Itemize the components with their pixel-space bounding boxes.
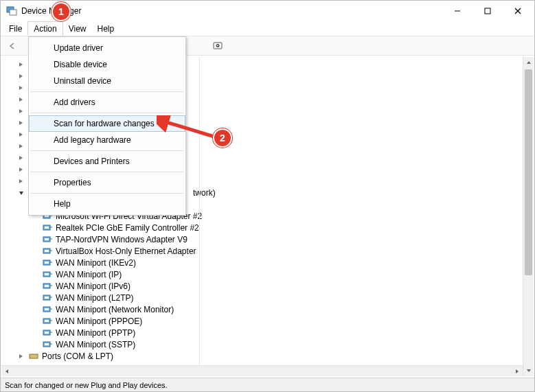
menu-item-properties[interactable]: Properties xyxy=(29,174,185,191)
menu-view[interactable]: View xyxy=(63,21,92,36)
device-item[interactable]: WAN Miniport (IKEv2) xyxy=(2,257,534,268)
expand-icon[interactable] xyxy=(17,142,25,150)
network-adapter-icon xyxy=(42,257,53,268)
device-label: VirtualBox Host-Only Ethernet Adapter xyxy=(56,246,196,256)
menu-item-update-driver[interactable]: Update driver xyxy=(29,40,185,56)
svg-rect-42 xyxy=(45,332,49,334)
svg-rect-1 xyxy=(10,10,16,15)
menu-item-uninstall-device[interactable]: Uninstall device xyxy=(29,73,185,89)
scroll-left-button[interactable] xyxy=(1,366,12,377)
expand-icon[interactable] xyxy=(17,352,25,360)
menu-item-devices-printers[interactable]: Devices and Printers xyxy=(29,153,185,170)
menu-action[interactable]: Action xyxy=(27,21,62,36)
network-adapter-icon xyxy=(42,327,53,338)
scan-hardware-icon[interactable] xyxy=(210,38,225,54)
svg-rect-47 xyxy=(30,354,38,358)
vertical-scrollbar[interactable] xyxy=(523,57,534,376)
menu-help[interactable]: Help xyxy=(92,21,120,36)
device-label: WAN Miniport (PPPOE) xyxy=(56,316,142,326)
device-item[interactable]: WAN Miniport (L2TP) xyxy=(2,292,534,303)
device-item[interactable]: WAN Miniport (IPv6) xyxy=(2,280,534,292)
expand-icon[interactable] xyxy=(17,72,25,80)
svg-rect-27 xyxy=(45,273,49,275)
menu-item-add-drivers[interactable]: Add drivers xyxy=(29,94,185,111)
expand-icon[interactable] xyxy=(17,165,25,174)
network-adapter-icon xyxy=(42,304,53,315)
maximize-button[interactable] xyxy=(473,1,503,21)
scroll-up-button[interactable] xyxy=(523,57,534,68)
device-item[interactable]: WAN Miniport (SSTP) xyxy=(2,338,534,350)
network-adapter-icon xyxy=(42,246,53,257)
device-item[interactable]: VirtualBox Host-Only Ethernet Adapter xyxy=(2,245,534,257)
network-adapter-icon xyxy=(42,339,53,350)
network-adapter-icon xyxy=(42,292,53,303)
menu-separator xyxy=(30,150,184,151)
network-adapter-icon xyxy=(42,269,53,280)
device-item[interactable]: WAN Miniport (PPPOE) xyxy=(2,315,534,327)
menu-separator xyxy=(30,193,184,194)
minimize-button[interactable] xyxy=(442,1,473,21)
category-row[interactable]: Ports (COM & LPT) xyxy=(2,350,534,362)
collapse-icon[interactable] xyxy=(17,189,25,197)
expand-icon[interactable] xyxy=(17,154,25,162)
device-label: TAP-NordVPN Windows Adapter V9 xyxy=(56,235,187,244)
device-label: WAN Miniport (IKEv2) xyxy=(56,258,136,268)
device-label: WAN Miniport (IP) xyxy=(56,270,122,279)
network-adapter-icon xyxy=(42,316,53,327)
annotation-step-1: 1 xyxy=(52,2,71,21)
svg-rect-33 xyxy=(45,297,49,299)
svg-rect-36 xyxy=(45,308,49,310)
device-label: WAN Miniport (IPv6) xyxy=(56,281,130,291)
menubar: File Action View Help xyxy=(1,21,534,36)
expand-icon[interactable] xyxy=(17,130,25,139)
back-button[interactable] xyxy=(5,38,20,54)
scroll-right-button[interactable] xyxy=(512,366,523,377)
expand-icon[interactable] xyxy=(17,177,25,185)
svg-rect-39 xyxy=(45,320,49,322)
device-label: Realtek PCIe GbE Family Controller #2 xyxy=(56,223,199,233)
status-text: Scan for changed or new Plug and Play de… xyxy=(5,381,168,389)
svg-rect-15 xyxy=(45,227,49,229)
device-item[interactable]: Realtek PCIe GbE Family Controller #2 xyxy=(2,222,534,233)
menu-separator xyxy=(30,172,184,172)
svg-rect-30 xyxy=(45,285,49,287)
expand-icon[interactable] xyxy=(17,119,25,127)
device-item[interactable]: WAN Miniport (IP) xyxy=(2,268,534,280)
horizontal-scrollbar[interactable] xyxy=(1,365,523,376)
expand-icon[interactable] xyxy=(17,107,25,115)
annotation-step-2: 2 xyxy=(213,128,232,148)
expand-icon[interactable] xyxy=(17,60,25,69)
pane-divider xyxy=(199,57,200,376)
window-title: Device Manager xyxy=(21,6,442,16)
svg-rect-45 xyxy=(45,343,49,345)
device-item[interactable]: TAP-NordVPN Windows Adapter V9 xyxy=(2,233,534,245)
network-adapter-icon xyxy=(42,222,53,233)
network-adapter-icon xyxy=(42,234,53,245)
device-label: WAN Miniport (SSTP) xyxy=(56,340,135,349)
scroll-down-button[interactable] xyxy=(523,365,534,376)
device-manager-icon xyxy=(6,5,17,16)
expand-icon[interactable] xyxy=(17,95,25,104)
ports-icon xyxy=(28,351,39,362)
device-item[interactable]: WAN Miniport (Network Monitor) xyxy=(2,303,534,315)
expand-icon[interactable] xyxy=(17,84,25,92)
menu-item-help[interactable]: Help xyxy=(29,196,185,212)
menu-item-disable-device[interactable]: Disable device xyxy=(29,56,185,73)
menu-file[interactable]: File xyxy=(3,21,27,36)
device-item[interactable]: WAN Miniport (PPTP) xyxy=(2,327,534,338)
device-label: WAN Miniport (L2TP) xyxy=(56,293,134,303)
statusbar: Scan for changed or new Plug and Play de… xyxy=(1,378,534,391)
close-button[interactable] xyxy=(503,1,533,21)
titlebar: Device Manager xyxy=(1,1,534,21)
scrollbar-thumb[interactable] xyxy=(525,69,532,275)
device-label: WAN Miniport (PPTP) xyxy=(56,328,135,338)
svg-rect-21 xyxy=(45,250,49,252)
svg-rect-3 xyxy=(485,8,490,14)
category-label: Ports (COM & LPT) xyxy=(42,351,113,361)
svg-rect-24 xyxy=(45,262,49,264)
svg-rect-18 xyxy=(45,238,49,240)
network-adapter-icon xyxy=(42,281,53,292)
menu-separator xyxy=(30,113,184,113)
menu-separator xyxy=(30,91,184,92)
device-label: WAN Miniport (Network Monitor) xyxy=(56,305,174,314)
